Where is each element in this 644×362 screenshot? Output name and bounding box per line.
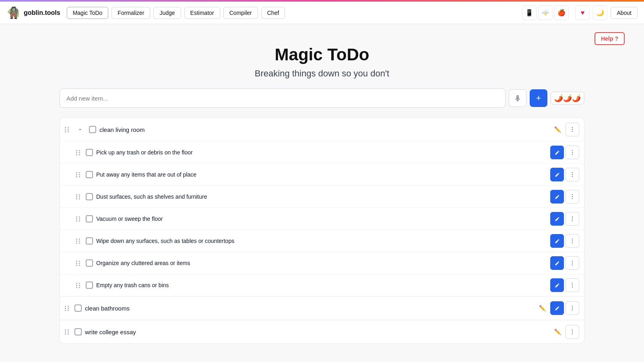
subtask-edit-btn-7[interactable] [550,278,564,292]
subtask-edit-btn-3[interactable] [550,190,564,204]
subtask-menu-btn-3[interactable] [566,190,579,204]
expand-btn-1[interactable] [74,124,86,135]
svg-point-7 [572,174,573,175]
svg-point-13 [572,218,573,219]
spice-selector[interactable]: 🌶️🌶️🌶️ [551,92,584,105]
apple-icon[interactable]: 🍎 [554,6,569,20]
subtask-menu-btn-2[interactable] [566,168,579,181]
svg-point-16 [572,241,573,241]
help-button[interactable]: Help ? [594,32,625,45]
subtask-row-4: Vacuum or sweep the floor [60,208,584,230]
platform-icons: 📱 🌩️ 🍎 [522,6,569,20]
logo[interactable]: 🧌 goblin.tools [6,6,60,19]
input-area: + 🌶️🌶️🌶️ [60,88,584,108]
svg-point-18 [572,261,573,261]
logo-emoji: 🧌 [6,6,21,19]
subtask-label-3: Dust surfaces, such as shelves and furni… [96,193,547,200]
subtask-row-2: Put away any items that are out of place [60,163,584,185]
ai-edit-btn-2[interactable] [550,301,564,315]
subtask-edit-btn-4[interactable] [550,212,564,226]
subtask-drag-1[interactable] [74,149,83,156]
edit-pencil-1[interactable]: ✏️ [551,123,564,136]
menu-btn-2[interactable] [566,301,579,315]
subtask-checkbox-7[interactable] [86,282,93,289]
checkbox-3[interactable] [74,328,82,335]
drag-handle-1[interactable] [63,126,71,133]
todo-list: clean living room ✏️ [60,117,584,344]
dark-mode-icon[interactable]: 🌙 [593,6,607,20]
svg-point-24 [572,306,573,306]
subtask-menu-btn-4[interactable] [566,212,579,226]
subtask-row-6: Organize any cluttered areas or items [60,252,584,274]
subtask-label-2: Put away any items that are out of place [96,171,547,178]
heart-icon[interactable]: ♥ [575,6,590,20]
subtask-checkbox-3[interactable] [86,193,93,200]
edit-pencil-3[interactable]: ✏️ [551,325,564,338]
subtask-menu-btn-6[interactable] [566,256,579,270]
add-button[interactable]: + [530,89,547,107]
svg-point-23 [572,287,573,288]
subtask-drag-5[interactable] [74,238,83,245]
todo-label-2: clean bathrooms [85,305,533,312]
todo-row-1: clean living room ✏️ [60,118,584,141]
subtask-label-7: Empty any trash cans or bins [96,282,547,288]
menu-btn-3[interactable] [566,325,579,339]
drag-handle-3[interactable] [63,329,71,335]
main-content: Magic ToDo Breaking things down so you d… [40,0,604,344]
subtask-checkbox-4[interactable] [86,215,93,222]
todo-item-1: clean living room ✏️ [60,118,584,296]
subtask-drag-2[interactable] [74,171,83,178]
nav-compiler[interactable]: Compiler [223,7,258,19]
svg-point-2 [572,131,573,132]
svg-point-29 [572,333,573,334]
edit-pencil-2[interactable]: ✏️ [536,302,549,315]
subtask-checkbox-1[interactable] [86,149,93,156]
nav-magic-todo[interactable]: Magic ToDo [67,7,109,19]
todo-label-3: write college essay [85,329,548,335]
subtask-drag-7[interactable] [74,282,83,289]
svg-point-1 [572,129,573,130]
svg-point-9 [572,194,573,195]
todo-actions-2: ✏️ [536,301,579,315]
mic-button[interactable] [509,89,526,107]
subtask-label-4: Vacuum or sweep the floor [96,216,547,222]
subtask-checkbox-5[interactable] [86,237,93,245]
subtask-checkbox-2[interactable] [86,171,93,178]
navbar: 🧌 goblin.tools Magic ToDo Formalizer Jud… [0,2,644,24]
todo-item-2: clean bathrooms ✏️ [60,296,584,320]
phone-icon[interactable]: 📱 [522,6,537,20]
menu-btn-1[interactable] [566,123,579,136]
subtask-edit-btn-6[interactable] [550,256,564,270]
subtask-edit-btn-2[interactable] [550,168,564,181]
svg-point-4 [572,152,573,153]
svg-point-26 [572,310,573,311]
subtask-edit-btn-1[interactable] [550,146,564,159]
todo-row-2: clean bathrooms ✏️ [60,296,584,320]
drag-handle-2[interactable] [63,305,71,312]
nav-estimator[interactable]: Estimator [184,7,220,19]
subtask-menu-btn-7[interactable] [566,278,579,292]
mic-icon [514,95,521,101]
checkbox-1[interactable] [89,126,96,133]
new-item-input[interactable] [60,88,506,108]
subtask-drag-6[interactable] [74,260,83,267]
todo-actions-1: ✏️ [551,123,579,136]
subtask-drag-4[interactable] [74,216,83,222]
checkbox-2[interactable] [74,304,82,312]
about-button[interactable]: About [611,7,638,19]
cloud-icon[interactable]: 🌩️ [538,6,553,20]
subtask-menu-btn-1[interactable] [566,146,579,159]
svg-point-14 [572,220,573,221]
nav-judge[interactable]: Judge [153,7,181,19]
svg-point-11 [572,198,573,199]
nav-formalizer[interactable]: Formalizer [111,7,150,19]
subtask-checkbox-6[interactable] [86,259,93,267]
svg-point-10 [572,196,573,197]
svg-point-19 [572,263,573,263]
subtask-menu-btn-5[interactable] [566,234,579,248]
subtask-drag-3[interactable] [74,193,83,200]
svg-point-27 [572,329,573,330]
subtask-edit-btn-5[interactable] [550,234,564,248]
svg-point-17 [572,243,573,243]
nav-chef[interactable]: Chef [261,7,285,19]
